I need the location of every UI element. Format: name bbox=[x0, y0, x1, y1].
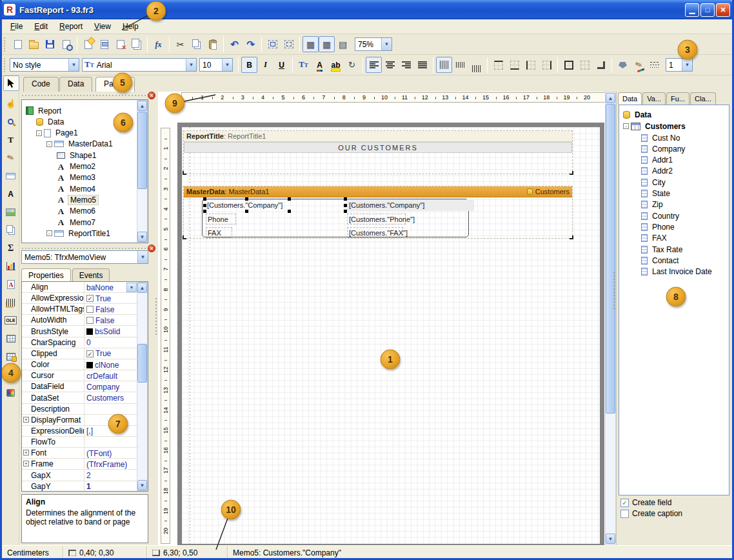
page-grid[interactable]: ReportTitle: ReportTitle1 OUR CUSTOMERS … bbox=[182, 127, 600, 544]
property-row-font[interactable]: +Font(TFont) bbox=[22, 448, 138, 459]
inspector-close-icon[interactable]: ✕ bbox=[148, 245, 155, 252]
text-object-tool-button[interactable]: A bbox=[3, 186, 19, 202]
property-value[interactable]: ✓True bbox=[84, 348, 138, 359]
create-field-checkbox[interactable]: ✓ bbox=[620, 499, 629, 507]
memo-phone-label[interactable]: Phone bbox=[206, 214, 236, 225]
zoom-tool-button[interactable] bbox=[3, 114, 19, 130]
property-value[interactable]: Company bbox=[84, 381, 138, 392]
scroll-down-icon[interactable]: ▼ bbox=[606, 534, 615, 544]
frame-all-button[interactable] bbox=[560, 57, 577, 73]
checkbox-checked-icon[interactable]: ✓ bbox=[86, 295, 94, 302]
style-combo[interactable]: No style▼ bbox=[10, 58, 79, 72]
data-panel-tab-fu[interactable]: Fu... bbox=[666, 92, 689, 105]
property-row-frame[interactable]: +Frame(TfrxFrame) bbox=[22, 459, 138, 470]
create-caption-checkbox[interactable] bbox=[620, 510, 629, 518]
create-caption-option[interactable]: Create caption bbox=[620, 508, 682, 519]
scroll-down-icon[interactable]: ▼ bbox=[137, 232, 147, 242]
tree-panel-close-icon[interactable]: ✕ bbox=[148, 92, 155, 99]
selection-handle[interactable] bbox=[288, 197, 291, 201]
group-button[interactable] bbox=[264, 36, 281, 52]
barcode-tool-button[interactable] bbox=[3, 294, 19, 310]
band-tool-button[interactable] bbox=[3, 168, 19, 184]
select-tool-button[interactable] bbox=[3, 75, 19, 91]
field-item-addr2[interactable]: Addr2 bbox=[641, 166, 675, 177]
toolbar-grip[interactable] bbox=[4, 37, 7, 52]
dataset-item-customers[interactable]: -Customers bbox=[623, 121, 688, 132]
property-value[interactable]: crDefault bbox=[84, 370, 138, 381]
data-panel-tab-data[interactable]: Data bbox=[618, 92, 642, 105]
align-right-button[interactable] bbox=[398, 57, 414, 73]
cut-button[interactable]: ✂ bbox=[172, 36, 188, 52]
property-row-autowidth[interactable]: AutoWidthFalse bbox=[22, 315, 138, 326]
title-bar[interactable]: R FastReport - 93.fr3 ▁ □ ✕ bbox=[0, 0, 734, 19]
property-value[interactable]: bsSolid bbox=[84, 326, 138, 337]
frame-right-button[interactable] bbox=[539, 57, 555, 73]
align-center-button[interactable] bbox=[382, 57, 398, 73]
checkbox-unchecked-icon[interactable] bbox=[86, 317, 94, 324]
align-justify-button[interactable] bbox=[414, 57, 430, 73]
tree-item-reporttitle1[interactable]: -ReportTitle1 bbox=[46, 228, 112, 239]
property-row-gapy[interactable]: GapY1 bbox=[22, 481, 138, 492]
property-value[interactable]: (TFont) bbox=[84, 448, 138, 458]
scroll-up-icon[interactable]: ▲ bbox=[606, 93, 615, 103]
preview-report-button[interactable] bbox=[58, 36, 74, 52]
selection-handle[interactable] bbox=[203, 197, 206, 201]
field-item-country[interactable]: Country bbox=[641, 210, 681, 221]
property-value[interactable]: False bbox=[84, 304, 138, 314]
report-title-memo[interactable]: OUR CUSTOMERS bbox=[184, 142, 572, 153]
collapse-icon[interactable]: - bbox=[623, 123, 629, 129]
tab-code[interactable]: Code bbox=[23, 77, 59, 92]
frame-none-button[interactable] bbox=[577, 57, 593, 73]
property-row-cursor[interactable]: CursorcrDefault bbox=[22, 370, 138, 381]
valign-center-button[interactable] bbox=[452, 57, 468, 73]
canvas-scrollbar[interactable]: ▲ ▼ bbox=[605, 92, 616, 545]
collapse-icon[interactable]: - bbox=[46, 230, 52, 236]
property-value[interactable]: ✓True bbox=[84, 293, 138, 303]
property-value[interactable] bbox=[84, 404, 138, 414]
combo-dropdown-icon[interactable]: ▼ bbox=[68, 59, 79, 71]
text-rotation-button[interactable]: ↻ bbox=[344, 57, 360, 73]
menu-help[interactable]: Help bbox=[117, 20, 144, 33]
background-color-button[interactable] bbox=[615, 57, 631, 73]
tree-panel-grip[interactable] bbox=[22, 94, 148, 97]
property-row-charspacing[interactable]: CharSpacing0 bbox=[22, 337, 138, 348]
menu-edit[interactable]: Edit bbox=[28, 20, 54, 33]
line-style-button[interactable] bbox=[647, 57, 663, 73]
selection-handle[interactable] bbox=[344, 197, 347, 201]
tab-data[interactable]: Data bbox=[59, 77, 92, 92]
highlight-button[interactable]: ab bbox=[328, 57, 344, 73]
field-item-tax-rate[interactable]: Tax Rate bbox=[641, 244, 684, 255]
property-row-dataset[interactable]: DataSetCustomers bbox=[22, 393, 138, 404]
property-value[interactable]: (TfrxFrame) bbox=[84, 459, 138, 469]
horizontal-ruler[interactable]: 1234567891011121314151617181920 bbox=[181, 92, 613, 103]
scroll-up-icon[interactable]: ▲ bbox=[137, 101, 147, 111]
memo-fax-field[interactable]: [Customers."FAX"] bbox=[347, 227, 403, 238]
font-combo[interactable]: TArial▼ bbox=[82, 58, 197, 72]
open-report-button[interactable] bbox=[26, 36, 42, 52]
tree-item-memo5[interactable]: AMemo5 bbox=[57, 194, 99, 205]
tree-item-page1[interactable]: -Page1 bbox=[36, 128, 80, 139]
picture-tool-button[interactable] bbox=[3, 204, 19, 220]
variables-button[interactable]: fx bbox=[150, 36, 166, 52]
field-item-city[interactable]: City bbox=[641, 177, 668, 188]
toolbar-grip[interactable] bbox=[4, 58, 7, 72]
report-title-band-header[interactable]: ReportTitle: ReportTitle1 bbox=[184, 131, 572, 142]
report-tree-scrollbar[interactable]: ▲ ▼ bbox=[137, 100, 148, 243]
scroll-down-icon[interactable]: ▼ bbox=[137, 480, 147, 490]
selection-handle[interactable] bbox=[203, 210, 206, 213]
tree-item-memo2[interactable]: AMemo2 bbox=[57, 161, 97, 172]
expand-icon[interactable]: + bbox=[23, 417, 29, 423]
property-row-brushstyle[interactable]: BrushStylebsSolid bbox=[22, 326, 138, 337]
expand-icon[interactable]: + bbox=[23, 461, 29, 466]
property-row-gapx[interactable]: GapX2 bbox=[22, 470, 138, 481]
property-row-clipped[interactable]: Clipped✓True bbox=[22, 348, 138, 359]
selection-handle[interactable] bbox=[344, 204, 347, 207]
combo-dropdown-icon[interactable]: ▼ bbox=[682, 59, 692, 71]
combo-dropdown-icon[interactable]: ▼ bbox=[186, 59, 196, 71]
align-to-grid-button[interactable]: ▦ bbox=[319, 36, 335, 52]
gradient-tool-button[interactable] bbox=[3, 385, 19, 401]
scroll-thumb[interactable] bbox=[137, 344, 147, 383]
paste-button[interactable] bbox=[204, 36, 221, 52]
tree-item-memo7[interactable]: AMemo7 bbox=[57, 217, 97, 228]
left-splitter[interactable] bbox=[154, 298, 158, 337]
